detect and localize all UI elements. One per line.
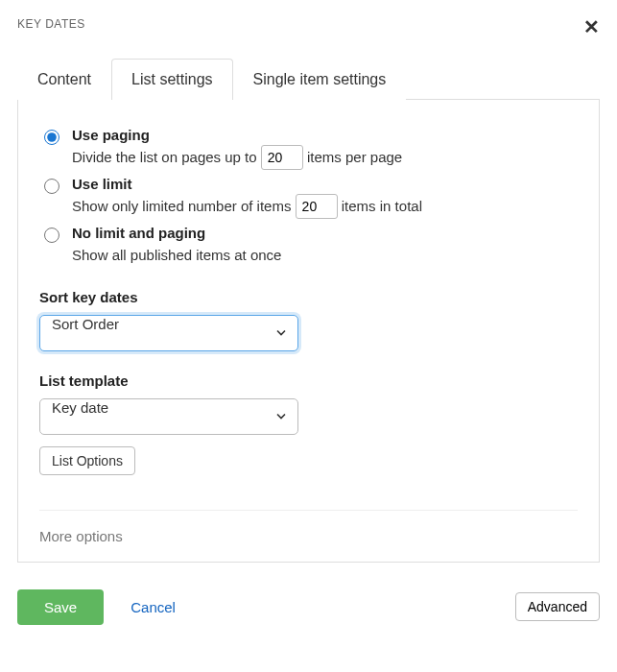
template-label: List template bbox=[39, 372, 578, 389]
save-button[interactable]: Save bbox=[17, 589, 104, 625]
settings-panel: Use paging Divide the list on pages up t… bbox=[17, 100, 600, 563]
radio-use-paging-input[interactable] bbox=[44, 130, 59, 145]
paging-count-input[interactable] bbox=[261, 145, 303, 170]
template-select[interactable]: Key date bbox=[39, 398, 298, 435]
radio-use-limit[interactable]: Use limit Show only limited number of it… bbox=[39, 176, 578, 219]
page-title: KEY DATES bbox=[17, 17, 85, 31]
limit-desc-post: items in total bbox=[338, 198, 422, 214]
sort-select-wrap: Sort Order bbox=[39, 315, 298, 351]
tabs-container: Content List settings Single item settin… bbox=[17, 58, 600, 100]
limit-count-input[interactable] bbox=[296, 194, 338, 219]
paging-desc-post: items per page bbox=[303, 149, 402, 165]
radio-use-paging[interactable]: Use paging Divide the list on pages up t… bbox=[39, 127, 578, 170]
radio-no-limit[interactable]: No limit and paging Show all published i… bbox=[39, 225, 578, 268]
sort-label: Sort key dates bbox=[39, 289, 578, 305]
more-options[interactable]: More options bbox=[39, 510, 578, 562]
radio-no-limit-label: No limit and paging bbox=[72, 225, 578, 241]
template-select-wrap: Key date bbox=[39, 398, 298, 435]
cancel-link[interactable]: Cancel bbox=[131, 599, 176, 615]
radio-use-limit-desc: Show only limited number of items items … bbox=[72, 194, 578, 219]
footer: Save Cancel Advanced bbox=[17, 589, 600, 625]
radio-use-limit-input[interactable] bbox=[44, 179, 59, 194]
list-options-button[interactable]: List Options bbox=[39, 446, 135, 475]
tab-single-item[interactable]: Single item settings bbox=[233, 59, 407, 100]
advanced-button[interactable]: Advanced bbox=[515, 592, 600, 621]
sort-select[interactable]: Sort Order bbox=[39, 315, 298, 351]
radio-no-limit-input[interactable] bbox=[44, 228, 59, 243]
radio-use-paging-desc: Divide the list on pages up to items per… bbox=[72, 145, 578, 170]
radio-use-limit-label: Use limit bbox=[72, 176, 578, 192]
paging-desc-pre: Divide the list on pages up to bbox=[72, 149, 261, 165]
radio-use-paging-label: Use paging bbox=[72, 127, 578, 143]
close-icon[interactable]: ✕ bbox=[583, 17, 600, 36]
limit-desc-pre: Show only limited number of items bbox=[72, 198, 296, 214]
tab-content[interactable]: Content bbox=[17, 59, 111, 100]
tab-list-settings[interactable]: List settings bbox=[111, 59, 232, 100]
radio-no-limit-desc: Show all published items at once bbox=[72, 243, 578, 268]
